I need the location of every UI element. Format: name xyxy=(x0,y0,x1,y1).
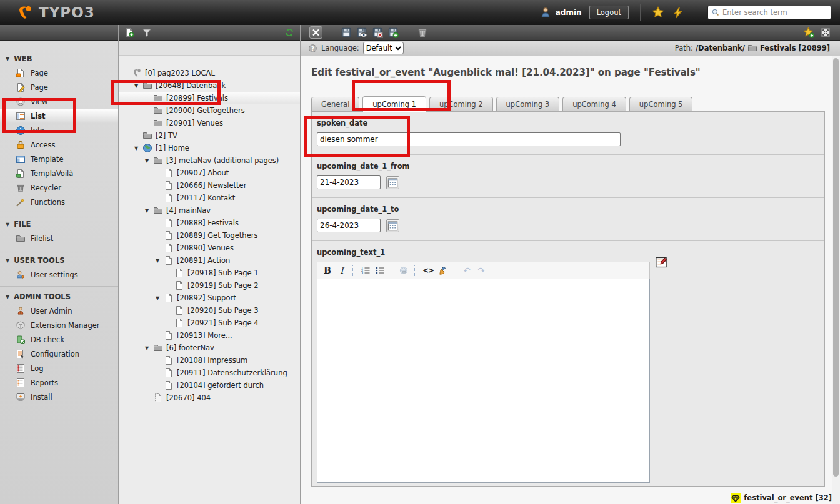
tree-collapse-icon[interactable]: ▼ xyxy=(156,295,164,301)
sidebar-item-user-admin[interactable]: User Admin xyxy=(0,304,118,318)
logout-button[interactable]: Logout xyxy=(589,6,629,19)
rte-unordered-list-button[interactable] xyxy=(375,265,385,276)
tree-node-3-metanav-additional-pages[interactable]: ▼[3] metaNav (additional pages) xyxy=(119,154,300,167)
language-select[interactable]: Default xyxy=(363,42,404,54)
upcoming-date-1-to-input[interactable] xyxy=(317,219,381,232)
sidebar-item-list[interactable]: List xyxy=(0,109,118,123)
upcoming-date-1-from-input[interactable] xyxy=(317,175,381,189)
tree-node-20918-sub-page-1[interactable]: [20918] Sub Page 1 xyxy=(119,267,300,279)
rte-source-button[interactable]: <> xyxy=(422,265,434,276)
bookmark-icon[interactable] xyxy=(803,27,814,38)
calendar-icon[interactable] xyxy=(386,219,399,232)
sidebar-item-install[interactable]: Install xyxy=(0,390,118,404)
sidebar-item-db-check[interactable]: DB check xyxy=(0,332,118,347)
tree-node-20899-festivals[interactable]: [20899] Festivals xyxy=(119,92,300,104)
menu-section-header-admin-tools[interactable]: ▼ADMIN TOOLS xyxy=(0,290,118,304)
refresh-icon[interactable] xyxy=(284,27,294,37)
tree-collapse-icon[interactable]: ▼ xyxy=(145,345,153,351)
rte-clean-button[interactable] xyxy=(438,265,448,276)
tab-upcoming-5[interactable]: upComing 5 xyxy=(629,97,693,111)
tree-collapse-icon[interactable]: ▼ xyxy=(145,158,153,164)
tree-node-20892-support[interactable]: ▼[20892] Support xyxy=(119,292,300,304)
tree-node-20666-newsletter[interactable]: [20666] Newsletter xyxy=(119,179,300,192)
collapse-triangle-icon[interactable]: ▼ xyxy=(6,258,9,264)
tree-node-20889-get-togethers[interactable]: [20889] Get Togethers xyxy=(119,229,300,242)
tree-node-20911-datenschutzerkl-rung[interactable]: [20911] Datenschutzerklärung xyxy=(119,367,300,379)
sidebar-item-configuration[interactable]: Configuration xyxy=(0,347,118,361)
tree-collapse-icon[interactable]: ▼ xyxy=(134,83,142,89)
rte-fullscreen-icon[interactable] xyxy=(655,256,668,269)
tab-upcoming-1[interactable]: upComing 1 xyxy=(362,96,426,112)
collapse-triangle-icon[interactable]: ▼ xyxy=(6,222,9,227)
sidebar-item-user-settings[interactable]: User settings xyxy=(0,267,118,282)
content-scrollbar-track[interactable] xyxy=(832,56,840,504)
rte-undo-button[interactable]: ↶ xyxy=(462,265,472,276)
tree-node-0-pag2023-local[interactable]: [0] pag2023 LOCAL xyxy=(119,67,300,79)
save-new-icon[interactable] xyxy=(388,27,399,38)
calendar-icon[interactable] xyxy=(386,176,399,189)
sidebar-item-templavoil[interactable]: TemplaVoilà xyxy=(0,166,118,180)
tree-node-20108-impressum[interactable]: [20108] Impressum xyxy=(119,354,300,367)
sidebar-item-view[interactable]: View xyxy=(0,94,118,109)
spoken-date-input[interactable] xyxy=(317,132,621,146)
tree-collapse-icon[interactable]: ▼ xyxy=(156,258,164,264)
tree-node-2-tv[interactable]: [2] TV xyxy=(119,129,300,142)
rte-bold-button[interactable]: B xyxy=(322,265,332,276)
save-close-icon[interactable] xyxy=(372,27,383,38)
sidebar-item-template[interactable]: Template xyxy=(0,152,118,166)
tree-node-20891-action[interactable]: ▼[20891] Action xyxy=(119,254,300,267)
sidebar-item-page[interactable]: Page xyxy=(0,66,118,80)
menu-section-header-web[interactable]: ▼WEB xyxy=(0,52,118,66)
tree-node-20900-gettogethers[interactable]: [20900] GetTogethers xyxy=(119,104,300,117)
tree-node-1-home[interactable]: ▼[1] Home xyxy=(119,142,300,154)
delete-icon[interactable] xyxy=(417,27,428,38)
rte-redo-button[interactable]: ↷ xyxy=(476,265,486,276)
tab-upcoming-2[interactable]: upComing 2 xyxy=(429,97,493,111)
tab-upcoming-3[interactable]: upComing 3 xyxy=(496,97,560,111)
sidebar-item-page[interactable]: Page xyxy=(0,80,118,94)
sidebar-item-filelist[interactable]: Filelist xyxy=(0,231,118,245)
tree-node-20648-datenbank[interactable]: ▼[20648] Datenbank xyxy=(119,79,300,92)
tree-node-20888-festivals[interactable]: [20888] Festivals xyxy=(119,217,300,229)
rte-link-button[interactable] xyxy=(399,265,409,276)
rte-italic-button[interactable]: I xyxy=(337,265,347,276)
tree-node-6-footernav[interactable]: ▼[6] footerNav xyxy=(119,342,300,354)
tree-node-20921-sub-page-4[interactable]: [20921] Sub Page 4 xyxy=(119,317,300,329)
tree-node-20907-about[interactable]: [20907] About xyxy=(119,167,300,179)
collapse-triangle-icon[interactable]: ▼ xyxy=(6,294,9,300)
menu-section-header-file[interactable]: ▼FILE xyxy=(0,217,118,231)
tree-node-20901-venues[interactable]: [20901] Venues xyxy=(119,117,300,129)
star-icon[interactable] xyxy=(652,6,664,19)
sidebar-item-functions[interactable]: Functions xyxy=(0,195,118,209)
tree-node-20913-more[interactable]: [20913] More... xyxy=(119,329,300,342)
tab-upcoming-4[interactable]: upComing 4 xyxy=(562,97,626,111)
sidebar-item-recycler[interactable]: Recycler xyxy=(0,180,118,195)
sidebar-item-info[interactable]: Info xyxy=(0,123,118,137)
tree-node-20920-sub-page-3[interactable]: [20920] Sub Page 3 xyxy=(119,304,300,317)
search-input[interactable] xyxy=(722,8,828,17)
new-page-icon[interactable] xyxy=(124,27,134,37)
record-type-badge[interactable]: festival_or_event [32] xyxy=(731,493,832,503)
tree-node-4-mainnav[interactable]: ▼[4] mainNav xyxy=(119,204,300,217)
sidebar-item-log[interactable]: Log xyxy=(0,361,118,375)
logged-in-user[interactable]: admin xyxy=(539,6,582,19)
close-icon[interactable] xyxy=(309,26,322,39)
sidebar-item-reports[interactable]: Reports xyxy=(0,375,118,390)
content-scrollbar-thumb[interactable] xyxy=(833,58,839,477)
save-icon[interactable] xyxy=(341,27,352,38)
rte-editing-area[interactable] xyxy=(317,279,650,483)
tree-node-20890-venues[interactable]: [20890] Venues xyxy=(119,242,300,254)
tree-node-20117-kontakt[interactable]: [20117] Kontakt xyxy=(119,192,300,204)
tree-node-20104-gef-rdert-durch[interactable]: [20104] gefördert durch xyxy=(119,379,300,392)
collapse-triangle-icon[interactable]: ▼ xyxy=(6,56,9,62)
sidebar-item-extension-manager[interactable]: Extension Manager xyxy=(0,318,118,332)
tree-collapse-icon[interactable]: ▼ xyxy=(134,146,142,151)
sidebar-item-access[interactable]: Access xyxy=(0,137,118,152)
tab-general[interactable]: General xyxy=(311,97,359,111)
menu-section-header-user-tools[interactable]: ▼USER TOOLS xyxy=(0,254,118,267)
rte-ordered-list-button[interactable]: 123 xyxy=(361,265,371,276)
tree-collapse-icon[interactable]: ▼ xyxy=(145,208,153,214)
filter-icon[interactable] xyxy=(142,27,152,37)
tree-node-20919-sub-page-2[interactable]: [20919] Sub Page 2 xyxy=(119,279,300,292)
expand-icon[interactable] xyxy=(820,27,831,38)
